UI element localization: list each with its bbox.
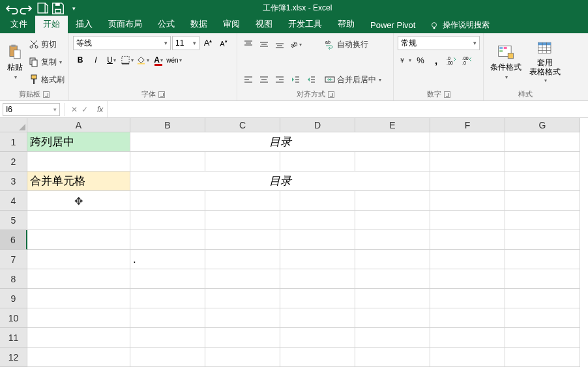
cell[interactable] bbox=[355, 308, 430, 328]
italic-button[interactable]: I bbox=[89, 53, 103, 67]
row-header[interactable]: 9 bbox=[0, 289, 27, 308]
cell[interactable]: . bbox=[130, 250, 205, 269]
dialog-launcher-icon[interactable] bbox=[158, 91, 165, 98]
cell[interactable] bbox=[505, 348, 580, 367]
wrap-text-button[interactable]: ab自动换行 bbox=[325, 37, 381, 52]
cell[interactable] bbox=[130, 289, 205, 308]
font-size-combo[interactable]: 11▾ bbox=[172, 36, 199, 50]
cell[interactable] bbox=[355, 269, 430, 289]
row-header[interactable]: 6 bbox=[0, 230, 27, 250]
row-header[interactable]: 5 bbox=[0, 211, 27, 230]
cell[interactable]: 目录 bbox=[130, 132, 430, 152]
cell[interactable]: 合并单元格 bbox=[27, 171, 130, 191]
cell[interactable] bbox=[205, 250, 280, 269]
col-header[interactable]: D bbox=[280, 118, 355, 132]
align-right-button[interactable] bbox=[272, 72, 287, 87]
cell[interactable] bbox=[430, 152, 505, 171]
pinyin-button[interactable]: wén▾ bbox=[167, 53, 181, 67]
number-format-combo[interactable]: 常规▾ bbox=[398, 36, 480, 50]
dialog-launcher-icon[interactable] bbox=[43, 91, 50, 98]
cell[interactable] bbox=[130, 269, 205, 289]
cell[interactable] bbox=[505, 191, 580, 211]
cell[interactable] bbox=[505, 132, 580, 152]
percent-button[interactable]: % bbox=[413, 53, 428, 67]
col-header[interactable]: F bbox=[430, 118, 505, 132]
cell[interactable] bbox=[355, 250, 430, 269]
cell[interactable] bbox=[27, 308, 130, 328]
cell[interactable] bbox=[430, 132, 505, 152]
increase-indent-button[interactable] bbox=[304, 72, 318, 87]
cut-button[interactable]: 剪切 bbox=[29, 37, 65, 52]
copy-button[interactable]: 复制▾ bbox=[29, 55, 65, 69]
row-header[interactable]: 2 bbox=[0, 152, 27, 171]
cell[interactable] bbox=[130, 211, 205, 230]
align-center-button[interactable] bbox=[257, 72, 271, 87]
cell[interactable] bbox=[505, 152, 580, 171]
enter-formula-button[interactable]: ✓ bbox=[81, 105, 88, 114]
cell[interactable] bbox=[505, 250, 580, 269]
cell[interactable] bbox=[205, 191, 280, 211]
cell[interactable] bbox=[205, 269, 280, 289]
cell[interactable]: ✥ bbox=[27, 191, 130, 211]
cell[interactable] bbox=[355, 289, 430, 308]
underline-button[interactable]: U▾ bbox=[104, 53, 119, 67]
fill-color-button[interactable]: ▾ bbox=[136, 53, 150, 67]
cell[interactable] bbox=[505, 211, 580, 230]
row-header[interactable]: 11 bbox=[0, 328, 27, 348]
cell[interactable] bbox=[27, 328, 130, 348]
save-button[interactable] bbox=[51, 1, 65, 16]
tab-powerpivot[interactable]: Power Pivot bbox=[362, 18, 423, 33]
cell[interactable] bbox=[205, 348, 280, 367]
cell[interactable] bbox=[280, 269, 355, 289]
cell[interactable] bbox=[27, 211, 130, 230]
cell[interactable] bbox=[205, 211, 280, 230]
cell[interactable] bbox=[27, 152, 130, 171]
cell[interactable] bbox=[205, 289, 280, 308]
cell[interactable] bbox=[280, 152, 355, 171]
cell[interactable]: 跨列居中 bbox=[27, 132, 130, 152]
decrease-decimal-button[interactable]: .00.0 bbox=[460, 53, 475, 67]
tab-view[interactable]: 视图 bbox=[248, 16, 280, 33]
row-header[interactable]: 12 bbox=[0, 348, 27, 367]
cell[interactable] bbox=[205, 152, 280, 171]
tab-review[interactable]: 审阅 bbox=[215, 16, 248, 33]
col-header[interactable]: A bbox=[27, 118, 130, 132]
paste-button[interactable]: 粘贴 ▾ bbox=[4, 36, 26, 88]
cell[interactable] bbox=[355, 328, 430, 348]
tab-formulas[interactable]: 公式 bbox=[150, 16, 183, 33]
cell[interactable] bbox=[280, 230, 355, 250]
cell[interactable] bbox=[505, 230, 580, 250]
redo-button[interactable] bbox=[20, 1, 34, 16]
grow-font-button[interactable]: A▴ bbox=[201, 36, 215, 50]
comma-button[interactable]: , bbox=[429, 53, 443, 67]
cell[interactable] bbox=[430, 328, 505, 348]
cell[interactable] bbox=[130, 328, 205, 348]
qat-customize-icon[interactable]: ▾ bbox=[66, 1, 81, 16]
cell[interactable] bbox=[505, 269, 580, 289]
cell[interactable] bbox=[27, 250, 130, 269]
col-header[interactable]: B bbox=[130, 118, 205, 132]
formula-input[interactable] bbox=[107, 101, 588, 117]
select-all-corner[interactable] bbox=[0, 118, 27, 132]
dialog-launcher-icon[interactable] bbox=[328, 91, 334, 98]
undo-button[interactable] bbox=[4, 1, 18, 16]
insert-function-button[interactable]: fx bbox=[93, 105, 107, 114]
tab-insert[interactable]: 插入 bbox=[68, 16, 100, 33]
cell[interactable] bbox=[27, 289, 130, 308]
cell[interactable] bbox=[27, 269, 130, 289]
conditional-format-button[interactable]: 条件格式▾ bbox=[488, 36, 524, 88]
tab-help[interactable]: 帮助 bbox=[330, 16, 362, 33]
format-as-table-button[interactable]: 套用 表格格式▾ bbox=[527, 36, 563, 88]
cell[interactable] bbox=[505, 308, 580, 328]
row-header[interactable]: 4 bbox=[0, 191, 27, 211]
tab-data[interactable]: 数据 bbox=[183, 16, 215, 33]
cell[interactable] bbox=[430, 191, 505, 211]
row-header[interactable]: 8 bbox=[0, 269, 27, 289]
cell[interactable] bbox=[505, 171, 580, 191]
cell[interactable] bbox=[430, 289, 505, 308]
increase-decimal-button[interactable]: .0.00 bbox=[445, 53, 459, 67]
align-top-button[interactable] bbox=[241, 37, 256, 52]
cell[interactable] bbox=[205, 308, 280, 328]
cell[interactable] bbox=[280, 348, 355, 367]
row-header[interactable]: 7 bbox=[0, 250, 27, 269]
